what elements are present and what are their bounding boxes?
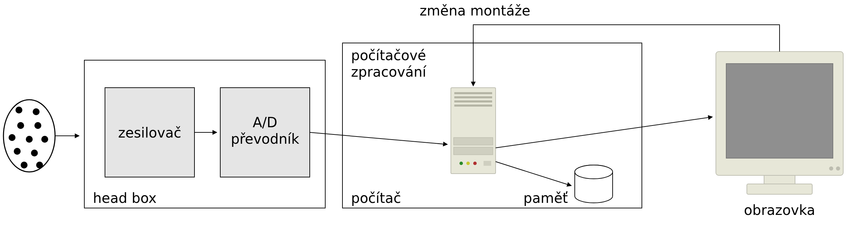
svg-point-8 (14, 148, 21, 155)
svg-rect-27 (747, 184, 812, 194)
svg-rect-22 (484, 161, 491, 166)
svg-point-7 (41, 136, 48, 143)
adc-label-line2: převodník (231, 131, 300, 147)
svg-rect-25 (726, 64, 833, 158)
svg-rect-15 (454, 100, 492, 102)
headbox-caption: head box (93, 190, 157, 206)
svg-rect-16 (454, 105, 492, 107)
arrow-adc-to-pc (310, 132, 447, 144)
computer-tower-icon (451, 88, 496, 174)
svg-point-29 (836, 166, 840, 171)
arrow-pc-to-memory (496, 162, 571, 186)
svg-rect-13 (454, 92, 492, 94)
svg-rect-17 (454, 138, 493, 145)
svg-point-1 (15, 107, 22, 113)
svg-point-10 (21, 162, 28, 168)
monitor-icon (716, 52, 843, 194)
svg-point-5 (9, 134, 15, 141)
svg-point-23 (575, 165, 613, 179)
amplifier-label: zesilovač (118, 125, 181, 141)
computer-caption: počítač (351, 190, 401, 206)
svg-point-28 (829, 166, 833, 171)
svg-rect-18 (454, 147, 493, 155)
svg-point-6 (26, 136, 33, 143)
svg-point-3 (17, 122, 24, 129)
memory-label: paměť (523, 190, 568, 206)
processing-label-line1: počítačové (351, 47, 426, 63)
svg-point-21 (473, 162, 477, 165)
signal-flow-diagram: změna montáže head box zesilovač A/D pře… (0, 0, 868, 229)
svg-point-4 (34, 122, 41, 129)
svg-point-20 (466, 162, 470, 165)
arrow-pc-to-monitor (496, 117, 712, 148)
memory-cylinder-icon (575, 165, 613, 203)
svg-rect-26 (764, 175, 795, 184)
svg-point-9 (31, 150, 38, 156)
monitor-label: obrazovka (744, 202, 815, 218)
svg-point-19 (459, 162, 463, 165)
processing-label-line2: zpracování (351, 64, 427, 80)
electrode-head-icon (3, 100, 55, 172)
svg-point-11 (36, 162, 43, 168)
svg-rect-14 (454, 96, 492, 98)
feedback-label: změna montáže (420, 3, 530, 19)
svg-point-2 (33, 108, 40, 115)
adc-label-line1: A/D (253, 115, 277, 130)
